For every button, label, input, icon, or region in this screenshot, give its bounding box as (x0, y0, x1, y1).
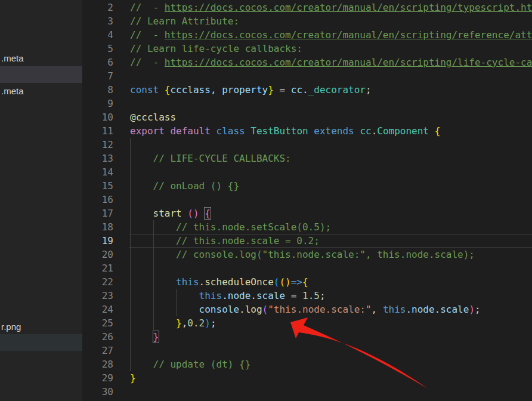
line-number[interactable]: 28 (82, 357, 113, 371)
line-number[interactable]: 12 (82, 138, 113, 152)
code-text: this.node.scale = 1.5; (130, 289, 326, 303)
code-line[interactable]: 26 } (82, 330, 532, 344)
line-number[interactable]: 2 (82, 1, 113, 14)
code-text: console.log("this.node.scale:", this.nod… (130, 303, 481, 316)
code-line[interactable]: 25 },0.2); (82, 316, 532, 330)
code-line[interactable]: 11export default class TestButton extend… (82, 124, 532, 138)
code-text: export default class TestButton extends … (130, 124, 440, 138)
code-text: // Learn Attribute: (130, 14, 239, 28)
line-number[interactable]: 15 (82, 179, 113, 193)
code-editor[interactable]: 2// - https://docs.cocos.com/creator/man… (82, 0, 532, 401)
code-line[interactable]: 6// - https://docs.cocos.com/creator/man… (82, 55, 532, 69)
code-line[interactable]: 24 console.log("this.node.scale:", this.… (82, 303, 532, 316)
code-line[interactable]: 17 start () { (82, 206, 532, 220)
code-text: @ccclass (130, 110, 176, 124)
line-number[interactable]: 21 (82, 261, 113, 275)
code-text: // this.node.setScale(0.5); (130, 220, 331, 234)
code-line[interactable]: 18 // this.node.setScale(0.5); (82, 220, 532, 234)
code-line[interactable]: 27 (82, 344, 532, 357)
code-text: } (130, 330, 159, 344)
code-text: // - https://docs.cocos.com/creator/manu… (130, 28, 532, 42)
file-item[interactable] (0, 334, 82, 351)
line-number[interactable]: 25 (82, 316, 113, 330)
code-text: const {ccclass, property} = cc._decorato… (130, 83, 372, 97)
code-text: // - https://docs.cocos.com/creator/manu… (130, 1, 532, 14)
code-line[interactable]: 2// - https://docs.cocos.com/creator/man… (82, 1, 532, 14)
line-number[interactable]: 13 (82, 152, 113, 165)
line-number[interactable]: 24 (82, 303, 113, 316)
file-item[interactable]: .meta (0, 83, 82, 100)
code-line[interactable]: 28 // update (dt) {} (82, 357, 532, 371)
file-item[interactable]: r.png (0, 319, 82, 335)
code-line[interactable]: 19 // this.node.scale = 0.2; (82, 234, 532, 248)
line-number[interactable]: 14 (82, 165, 113, 179)
code-text: start () { (130, 206, 211, 220)
line-number[interactable]: 10 (82, 110, 113, 124)
line-number[interactable]: 7 (82, 69, 113, 83)
code-line[interactable]: 4// - https://docs.cocos.com/creator/man… (82, 28, 532, 42)
code-line[interactable]: 14 (82, 165, 532, 179)
code-text: this.scheduleOnce(()=>{ (130, 275, 308, 289)
code-text: } (130, 371, 136, 385)
code-text: },0.2); (130, 316, 216, 330)
code-line[interactable]: 7 (82, 69, 532, 83)
line-number[interactable]: 9 (82, 97, 113, 110)
line-number[interactable]: 8 (82, 83, 113, 97)
code-line[interactable]: 15 // onLoad () {} (82, 179, 532, 193)
line-number[interactable]: 23 (82, 289, 113, 303)
code-line[interactable]: 16 (82, 193, 532, 206)
line-number[interactable]: 29 (82, 371, 113, 385)
code-text: // LIFE-CYCLE CALLBACKS: (130, 152, 291, 165)
code-line[interactable]: 20 // console.log("this.node.scale:", th… (82, 248, 532, 261)
code-line[interactable]: 21 (82, 261, 532, 275)
line-number[interactable]: 22 (82, 275, 113, 289)
code-line[interactable]: 23 this.node.scale = 1.5; (82, 289, 532, 303)
line-number[interactable]: 5 (82, 42, 113, 55)
code-text: // Learn life-cycle callbacks: (130, 42, 302, 55)
code-line[interactable]: 12 (82, 138, 532, 152)
code-line[interactable]: 13 // LIFE-CYCLE CALLBACKS: (82, 152, 532, 165)
line-number[interactable]: 4 (82, 28, 113, 42)
code-text: // this.node.scale = 0.2; (130, 234, 320, 248)
code-text: // console.log("this.node.scale:", this.… (130, 248, 475, 261)
code-text: // update (dt) {} (130, 357, 250, 371)
code-text: // - https://docs.cocos.com/creator/manu… (130, 55, 532, 69)
line-number[interactable]: 11 (82, 124, 113, 138)
code-line[interactable]: 30 (82, 385, 532, 399)
line-number[interactable]: 18 (82, 220, 113, 234)
line-number[interactable]: 27 (82, 344, 113, 357)
line-number[interactable]: 30 (82, 385, 113, 399)
code-line[interactable]: 3// Learn Attribute: (82, 14, 532, 28)
code-line[interactable]: 22 this.scheduleOnce(()=>{ (82, 275, 532, 289)
file-explorer-sidebar: .meta.metar.png (0, 0, 82, 401)
line-number[interactable]: 19 (82, 234, 113, 248)
code-line[interactable]: 10@ccclass (82, 110, 532, 124)
line-number[interactable]: 20 (82, 248, 113, 261)
line-number[interactable]: 26 (82, 330, 113, 344)
vscode-window: .meta.metar.png 2// - https://docs.cocos… (0, 0, 532, 401)
file-item[interactable]: .meta (0, 50, 82, 67)
code-line[interactable]: 9 (82, 97, 532, 110)
file-item[interactable] (0, 66, 82, 83)
line-number[interactable]: 17 (82, 206, 113, 220)
line-number[interactable]: 6 (82, 55, 113, 69)
code-text: // onLoad () {} (130, 179, 239, 193)
line-number[interactable]: 16 (82, 193, 113, 206)
line-number[interactable]: 3 (82, 14, 113, 28)
code-line[interactable]: 5// Learn life-cycle callbacks: (82, 42, 532, 55)
code-line[interactable]: 8const {ccclass, property} = cc._decorat… (82, 83, 532, 97)
code-line[interactable]: 29} (82, 371, 532, 385)
